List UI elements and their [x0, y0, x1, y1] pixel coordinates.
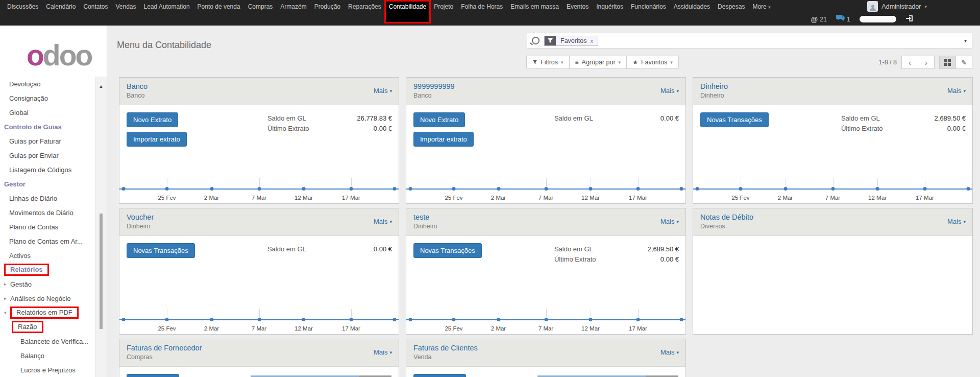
- pager-prev-button[interactable]: ‹: [901, 56, 918, 69]
- sidebar-item-movimentos-de-diario[interactable]: Movimentos de Diário: [0, 205, 95, 220]
- scroll-up-arrow-icon[interactable]: ▲: [95, 84, 107, 89]
- sidebar-item-plano-de-contas-em-ar[interactable]: Plano de Contas em Ar...: [0, 234, 95, 248]
- sidebar-item-listagem-de-codigos[interactable]: Listagem de Códigos: [0, 162, 95, 177]
- kanban-view-button[interactable]: [939, 56, 956, 69]
- sidebar-item-gestao[interactable]: ▸Gestão: [0, 277, 95, 291]
- sidebar-item-activos[interactable]: Activos: [0, 248, 95, 263]
- sidebar-item-balancete-de-verificacao[interactable]: Balancete de Verifica...: [0, 334, 95, 348]
- card-subtitle: Venda: [413, 354, 678, 361]
- facet-remove-icon[interactable]: x: [590, 38, 593, 44]
- menu-item-contatos[interactable]: Contatos: [83, 3, 108, 10]
- menu-item-contabilidade-active[interactable]: Contabilidade: [389, 3, 426, 10]
- sidebar-section-relatorios[interactable]: Relatórios: [0, 263, 95, 277]
- more-dropdown[interactable]: Mais▾: [660, 87, 679, 95]
- menu-item-assiduidades[interactable]: Assiduidades: [674, 3, 710, 10]
- card-title[interactable]: Voucher: [127, 213, 391, 221]
- more-dropdown[interactable]: Mais▾: [947, 87, 966, 95]
- card-title[interactable]: teste: [413, 213, 678, 221]
- mentions-counter[interactable]: @ 21: [811, 15, 827, 23]
- main-menu: Discussões Calendário Contatos Vendas Le…: [0, 0, 771, 13]
- menu-item-despesas[interactable]: Despesas: [718, 3, 745, 10]
- menu-item-funcionarios[interactable]: Funcionários: [631, 3, 666, 10]
- menu-item-emails-em-massa[interactable]: Emails em massa: [510, 3, 559, 10]
- sidebar-item-linhas-de-diario[interactable]: Linhas de Diário: [0, 191, 95, 205]
- novo-extrato-button[interactable]: Novo Extrato: [413, 112, 465, 127]
- menu-item-armazem[interactable]: Armazém: [280, 3, 306, 10]
- menu-item-eventos[interactable]: Eventos: [567, 3, 589, 10]
- more-dropdown[interactable]: Mais▾: [660, 218, 679, 225]
- sidebar-scrollbar[interactable]: ▲: [95, 77, 107, 377]
- cutoff-action-button[interactable]: [127, 374, 179, 377]
- filters-button[interactable]: Filtros ▾: [526, 56, 570, 69]
- form-view-button[interactable]: ✎: [955, 56, 972, 69]
- menu-item-folha-de-horas[interactable]: Folha de Horas: [461, 3, 503, 10]
- more-dropdown[interactable]: Mais▾: [660, 348, 679, 356]
- importar-extrato-button[interactable]: Importar extrato: [413, 132, 474, 147]
- chevron-down-icon: ▾: [619, 60, 621, 65]
- menu-item-reparacoes[interactable]: Reparações: [348, 3, 381, 10]
- sidebar-section-controlo-de-guias[interactable]: Controlo de Guias: [0, 120, 95, 134]
- menu-item-vendas[interactable]: Vendas: [115, 3, 136, 10]
- sparkline-date-label: 17 Mar: [629, 325, 647, 332]
- menu-item-inqueritos[interactable]: Inquéritos: [596, 3, 623, 10]
- menu-item-ponto-de-venda[interactable]: Ponto de venda: [198, 3, 240, 10]
- cutoff-action-button[interactable]: [413, 374, 466, 377]
- menu-item-compras[interactable]: Compras: [248, 3, 273, 10]
- menu-item-more[interactable]: More ▾: [752, 3, 770, 10]
- messages-counter[interactable]: 1: [836, 14, 850, 24]
- main-content: Menu da Contabilidade Favoritos x ▾ Filt…: [108, 26, 980, 377]
- search-bar[interactable]: Favoritos x ▾: [527, 33, 972, 49]
- card-title[interactable]: 9999999999: [413, 82, 678, 90]
- menu-item-producao[interactable]: Produção: [314, 3, 340, 10]
- novas-transacoes-button[interactable]: Novas Transações: [127, 243, 195, 258]
- search-options-caret-icon[interactable]: ▾: [964, 38, 967, 43]
- more-dropdown[interactable]: Mais▾: [947, 218, 966, 225]
- sparkline-point: [409, 187, 412, 191]
- sidebar-item-analises-do-negocio[interactable]: ▸Análises do Negócio: [0, 291, 95, 305]
- sidebar-item-devolucao[interactable]: Devolução: [0, 77, 95, 91]
- odoo-logo: odoo: [27, 41, 91, 70]
- novas-transacoes-button[interactable]: Novas Transações: [700, 112, 769, 127]
- sidebar-item-razao[interactable]: Razão: [0, 320, 95, 334]
- card-title[interactable]: Dinheiro: [700, 82, 965, 90]
- sidebar-item-guias-por-enviar[interactable]: Guias por Enviar: [0, 148, 95, 162]
- menu-item-projeto[interactable]: Projeto: [434, 3, 453, 10]
- chevron-right-icon: ▸: [4, 281, 10, 287]
- sidebar-section-gestor[interactable]: Gestor: [0, 177, 95, 191]
- sidebar-item-plano-de-contas[interactable]: Plano de Contas: [0, 220, 95, 234]
- menu-item-lead-automation[interactable]: Lead Automation: [143, 3, 189, 10]
- sidebar-item-guias-por-faturar[interactable]: Guias por Faturar: [0, 134, 95, 148]
- importar-extrato-button[interactable]: Importar extrato: [127, 132, 187, 147]
- journal-card-notas-de-debito: Notas de Débito Diversos Mais▾: [693, 208, 973, 335]
- chevron-down-icon: ▾: [963, 88, 966, 93]
- menu-item-discussoes[interactable]: Discussões: [7, 3, 38, 10]
- user-menu[interactable]: Administrador ▾: [867, 0, 927, 13]
- card-title[interactable]: Faturas de Fornecedor: [127, 344, 391, 352]
- group-by-button[interactable]: ≡ Agrupar por ▾: [569, 56, 627, 69]
- chevron-down-icon: ▾: [4, 310, 10, 315]
- more-dropdown[interactable]: Mais▾: [374, 348, 392, 356]
- sparkline-point: [452, 187, 455, 191]
- novo-extrato-button[interactable]: Novo Extrato: [127, 112, 178, 127]
- more-dropdown[interactable]: Mais▾: [374, 218, 392, 225]
- scrollbar-thumb[interactable]: [100, 214, 103, 329]
- card-subtitle: Compras: [127, 354, 391, 361]
- card-title[interactable]: Faturas de Clientes: [413, 344, 678, 352]
- novas-transacoes-button[interactable]: Novas Transações: [413, 243, 482, 258]
- chevron-down-icon: ▾: [768, 5, 771, 10]
- card-title[interactable]: Banco: [127, 82, 391, 90]
- more-dropdown[interactable]: Mais▾: [374, 87, 392, 95]
- favorites-button[interactable]: ★ Favoritos ▾: [626, 56, 679, 69]
- sparkline-date-label: 2 Mar: [204, 325, 219, 332]
- sidebar-item-relatorios-em-pdf[interactable]: ▾Relatórios em PDF: [0, 305, 95, 320]
- sidebar-item-lucros-e-prejuizos[interactable]: Lucros e Prejuízos: [0, 363, 95, 377]
- sidebar-item-consignacao[interactable]: Consignação: [0, 91, 95, 105]
- sidebar-item-global[interactable]: Global: [0, 105, 95, 120]
- sign-in-icon[interactable]: [905, 14, 914, 25]
- chevron-down-icon: ▾: [389, 88, 392, 93]
- search-facet-favoritos[interactable]: Favoritos x: [544, 36, 598, 46]
- card-title[interactable]: Notas de Débito: [700, 213, 965, 221]
- sidebar-item-balanco[interactable]: Balanço: [0, 348, 95, 363]
- pager-next-button[interactable]: ›: [918, 56, 935, 69]
- menu-item-calendario[interactable]: Calendário: [46, 3, 76, 10]
